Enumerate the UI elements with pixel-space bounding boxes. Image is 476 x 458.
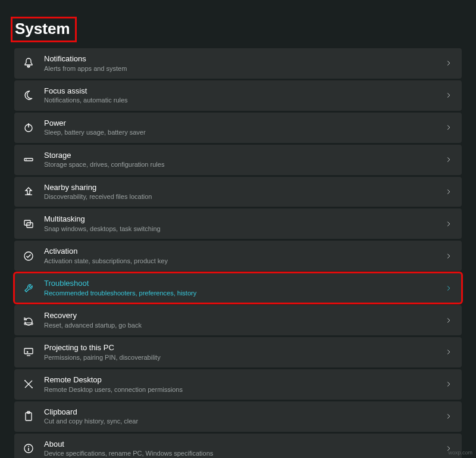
row-label: Notifications: [44, 54, 445, 64]
share-icon: [23, 186, 35, 198]
settings-row-notifications[interactable]: NotificationsAlerts from apps and system: [14, 48, 462, 79]
chevron-right-icon: [445, 317, 453, 324]
chevron-right-icon: [445, 188, 453, 195]
chevron-right-icon: [445, 124, 453, 131]
settings-row-about[interactable]: AboutDevice specifications, rename PC, W…: [14, 434, 462, 458]
row-texts: Projecting to this PCPermissions, pairin…: [44, 343, 445, 362]
row-label: Projecting to this PC: [44, 343, 445, 353]
row-subtitle: Snap windows, desktops, task switching: [44, 225, 445, 233]
row-subtitle: Cut and copy history, sync, clear: [44, 417, 445, 425]
row-label: Activation: [44, 247, 445, 256]
row-texts: ActivationActivation state, subscription…: [44, 247, 445, 265]
row-texts: StorageStorage space, drives, configurat…: [44, 151, 445, 169]
row-texts: Nearby sharingDiscoverability, received …: [44, 183, 445, 201]
settings-row-recovery[interactable]: RecoveryReset, advanced startup, go back: [14, 305, 462, 335]
info-icon: [23, 443, 35, 454]
row-subtitle: Device specifications, rename PC, Window…: [44, 449, 445, 457]
settings-row-remote-desktop[interactable]: Remote DesktopRemote Desktop users, conn…: [14, 369, 462, 400]
settings-row-activation[interactable]: ActivationActivation state, subscription…: [14, 241, 462, 271]
row-subtitle: Notifications, automatic rules: [44, 96, 445, 104]
row-texts: Focus assistNotifications, automatic rul…: [44, 86, 445, 105]
row-texts: Remote DesktopRemote Desktop users, conn…: [44, 375, 445, 394]
row-label: Troubleshoot: [44, 279, 445, 288]
chevron-right-icon: [445, 60, 453, 67]
row-subtitle: Recommended troubleshooters, preferences…: [44, 289, 445, 297]
row-label: Remote Desktop: [44, 375, 445, 385]
page-title: System: [15, 20, 70, 38]
row-subtitle: Storage space, drives, configuration rul…: [44, 160, 445, 169]
page-title-highlight: System: [11, 17, 77, 42]
settings-row-focus-assist[interactable]: Focus assistNotifications, automatic rul…: [14, 80, 462, 111]
settings-row-storage[interactable]: StorageStorage space, drives, configurat…: [14, 145, 462, 175]
chevron-right-icon: [445, 413, 453, 420]
row-subtitle: Remote Desktop users, connection permiss…: [44, 385, 445, 394]
chevron-right-icon: [445, 381, 453, 388]
row-label: Storage: [44, 151, 445, 160]
clipboard-icon: [23, 410, 35, 422]
row-label: About: [44, 440, 445, 449]
watermark: woxp.com: [448, 450, 472, 456]
settings-row-troubleshoot[interactable]: TroubleshootRecommended troubleshooters,…: [14, 273, 462, 303]
row-subtitle: Activation state, subscriptions, product…: [44, 257, 445, 265]
row-subtitle: Alerts from apps and system: [44, 64, 445, 73]
row-label: Nearby sharing: [44, 183, 445, 192]
settings-row-clipboard[interactable]: ClipboardCut and copy history, sync, cle…: [14, 401, 462, 432]
row-label: Power: [44, 119, 445, 128]
multitask-icon: [23, 218, 35, 230]
power-icon: [23, 121, 35, 133]
bell-icon: [23, 57, 35, 69]
row-subtitle: Permissions, pairing PIN, discoverabilit…: [44, 353, 445, 362]
recovery-icon: [23, 314, 35, 326]
row-texts: NotificationsAlerts from apps and system: [44, 54, 445, 73]
row-texts: MultitaskingSnap windows, desktops, task…: [44, 214, 445, 233]
row-texts: ClipboardCut and copy history, sync, cle…: [44, 407, 445, 426]
row-texts: AboutDevice specifications, rename PC, W…: [44, 440, 445, 458]
row-texts: TroubleshootRecommended troubleshooters,…: [44, 279, 445, 297]
settings-row-projecting[interactable]: Projecting to this PCPermissions, pairin…: [14, 337, 462, 367]
moon-icon: [23, 89, 35, 101]
wrench-icon: [23, 282, 35, 294]
row-subtitle: Sleep, battery usage, battery saver: [44, 128, 445, 136]
system-settings-page: System NotificationsAlerts from apps and…: [0, 0, 476, 458]
row-label: Clipboard: [44, 407, 445, 417]
row-texts: RecoveryReset, advanced startup, go back: [44, 311, 445, 329]
storage-icon: [23, 154, 35, 166]
chevron-right-icon: [445, 156, 453, 163]
remote-icon: [23, 378, 35, 390]
row-subtitle: Reset, advanced startup, go back: [44, 321, 445, 329]
row-texts: PowerSleep, battery usage, battery saver: [44, 119, 445, 137]
settings-list: NotificationsAlerts from apps and system…: [0, 48, 476, 458]
row-subtitle: Discoverability, received files location: [44, 192, 445, 201]
chevron-right-icon: [445, 348, 453, 356]
settings-row-power[interactable]: PowerSleep, battery usage, battery saver: [14, 113, 462, 143]
row-label: Focus assist: [44, 86, 445, 96]
settings-row-multitasking[interactable]: MultitaskingSnap windows, desktops, task…: [14, 208, 462, 239]
row-label: Multitasking: [44, 214, 445, 224]
chevron-right-icon: [445, 92, 453, 99]
chevron-right-icon: [445, 285, 453, 292]
chevron-right-icon: [445, 253, 453, 260]
check-circle-icon: [23, 250, 35, 262]
row-label: Recovery: [44, 311, 445, 320]
project-icon: [23, 346, 35, 358]
settings-row-nearby-sharing[interactable]: Nearby sharingDiscoverability, received …: [14, 177, 462, 207]
chevron-right-icon: [445, 220, 453, 228]
